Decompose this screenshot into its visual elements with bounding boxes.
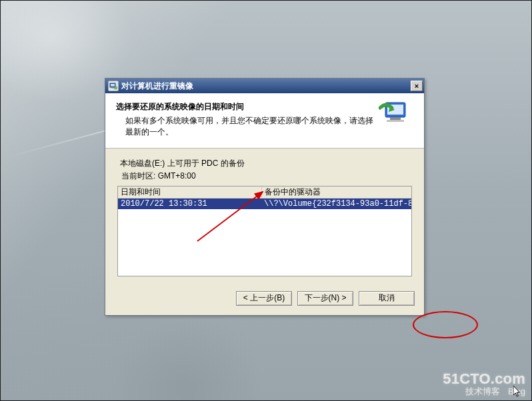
svg-rect-1: [111, 84, 115, 87]
backup-table[interactable]: 日期和时间 备份中的驱动器 2010/7/22 13:30:31 \\?\Vol…: [117, 186, 412, 276]
watermark-sub-left: 技术博客: [465, 387, 500, 397]
table-row[interactable]: 2010/7/22 13:30:31 \\?\Volume{232f3134-9…: [118, 198, 412, 209]
dialog-header: 选择要还原的系统映像的日期和时间 如果有多个系统映像可用，并且您不确定要还原哪个…: [105, 93, 424, 149]
title-bar[interactable]: 对计算机进行重镜像 ×: [105, 79, 424, 93]
close-button[interactable]: ×: [411, 81, 423, 91]
col-drives[interactable]: 备份中的驱动器: [261, 187, 412, 199]
col-datetime[interactable]: 日期和时间: [118, 187, 261, 199]
header-description: 如果有多个系统映像可用，并且您不确定要还原哪个系统映像，请选择最新的一个。: [116, 115, 375, 139]
watermark-sub-right: Blog: [508, 387, 525, 397]
svg-rect-7: [387, 120, 404, 122]
next-button[interactable]: 下一步(N) >: [297, 291, 353, 306]
cell-datetime: 2010/7/22 13:30:31: [118, 198, 261, 209]
svg-rect-2: [111, 87, 114, 89]
app-icon: [108, 81, 119, 91]
dialog-body: 本地磁盘(E:) 上可用于 PDC 的备份 当前时区: GMT+8:00 日期和…: [105, 149, 424, 283]
button-row: < 上一步(B) 下一步(N) > 取消: [105, 283, 424, 315]
table-header-row: 日期和时间 备份中的驱动器: [118, 187, 412, 199]
watermark-main: 51CTO.com: [443, 370, 525, 387]
svg-rect-6: [390, 117, 401, 120]
header-graphic: [379, 99, 413, 129]
cell-drives: \\?\Volume{232f3134-93a0-11df-85c7-806e6…: [261, 198, 412, 209]
cancel-button[interactable]: 取消: [359, 291, 415, 306]
svg-point-3: [114, 87, 117, 89]
timezone-line: 当前时区: GMT+8:00: [121, 171, 412, 182]
back-button[interactable]: < 上一步(B): [236, 291, 292, 306]
dialog-title: 对计算机进行重镜像: [121, 81, 193, 92]
reimage-dialog: 对计算机进行重镜像 × 选择要还原的系统映像的日期和时间 如果有多个系统映像可用…: [105, 78, 425, 316]
watermark: 51CTO.com 技术博客 Blog: [443, 370, 525, 397]
header-title: 选择要还原的系统映像的日期和时间: [116, 101, 375, 113]
backup-location-line: 本地磁盘(E:) 上可用于 PDC 的备份: [120, 158, 412, 169]
